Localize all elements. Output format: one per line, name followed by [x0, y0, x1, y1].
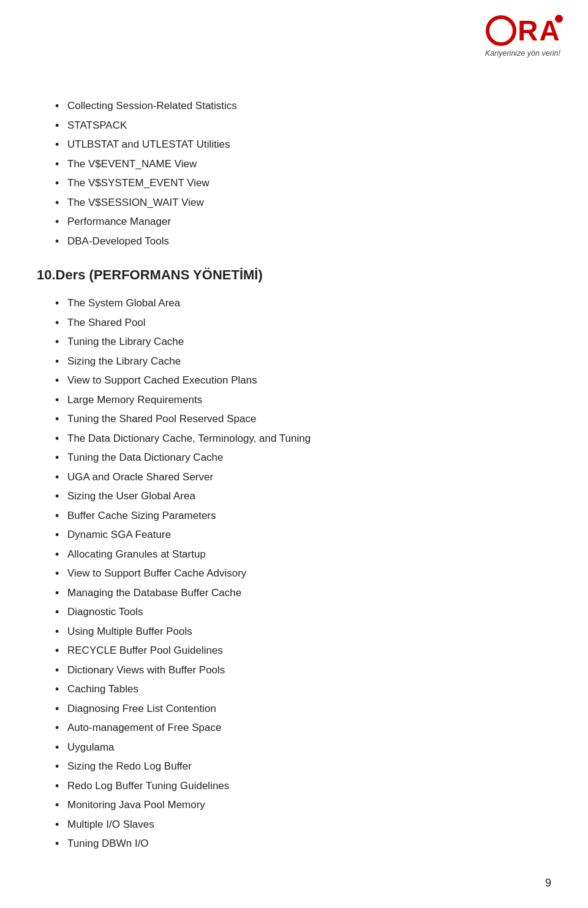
logo-o-letter	[486, 15, 516, 46]
list-item: Tuning the Library Cache	[55, 334, 551, 350]
list-item: STATSPACK	[55, 118, 551, 134]
list-item: Using Multiple Buffer Pools	[55, 624, 551, 640]
logo-a-wrap: A	[540, 17, 560, 45]
list-item: Caching Tables	[55, 681, 551, 697]
list-item: Sizing the Redo Log Buffer	[55, 759, 551, 774]
list-item: Multiple I/O Slaves	[55, 817, 551, 833]
list-item: Dynamic SGA Feature	[55, 527, 551, 543]
list-item: Sizing the User Global Area	[55, 488, 551, 504]
list-item: View to Support Cached Execution Plans	[55, 373, 551, 388]
list-item: Sizing the Library Cache	[55, 354, 551, 369]
ora-logo: R A	[486, 15, 559, 46]
list-item: Diagnosing Free List Contention	[55, 701, 551, 717]
list-item: Auto-management of Free Space	[55, 720, 551, 736]
list-item: The V$SYSTEM_EVENT View	[55, 175, 551, 191]
list-item: Tuning the Shared Pool Reserved Space	[55, 411, 551, 427]
list-item: Redo Log Buffer Tuning Guidelines	[55, 778, 551, 794]
list-item: The System Global Area	[55, 295, 551, 311]
section-heading: 10.Ders (PERFORMANS YÖNETİMİ)	[37, 267, 551, 283]
main-content: Collecting Session-Related StatisticsSTA…	[37, 98, 551, 852]
list-item: Performance Manager	[55, 214, 551, 230]
logo-r-letter: R	[518, 17, 538, 45]
list-item: The Data Dictionary Cache, Terminology, …	[55, 431, 551, 447]
list-item: Tuning DBWn I/O	[55, 836, 551, 852]
list-item: Allocating Granules at Startup	[55, 547, 551, 562]
list-item: UTLBSTAT and UTLESTAT Utilities	[55, 137, 551, 153]
page-number: 9	[545, 877, 551, 890]
page-container: R A Kariyerinize yön verin! Collecting S…	[0, 0, 588, 908]
list-item: Managing the Database Buffer Cache	[55, 585, 551, 601]
list-item: RECYCLE Buffer Pool Guidelines	[55, 643, 551, 659]
list-item: Tuning the Data Dictionary Cache	[55, 450, 551, 466]
list-item: Large Memory Requirements	[55, 392, 551, 408]
list-item: The V$SESSION_WAIT View	[55, 195, 551, 211]
list-item: UGA and Oracle Shared Server	[55, 469, 551, 485]
list-item: Buffer Cache Sizing Parameters	[55, 508, 551, 524]
list-item: View to Support Buffer Cache Advisory	[55, 566, 551, 581]
list-item: Collecting Session-Related Statistics	[55, 98, 551, 114]
logo-dot-ear	[555, 15, 563, 23]
list-item: DBA-Developed Tools	[55, 233, 551, 249]
list-item: Diagnostic Tools	[55, 604, 551, 620]
list-item: The V$EVENT_NAME View	[55, 156, 551, 172]
logo-area: R A Kariyerinize yön verin!	[485, 15, 560, 58]
list-item: Dictionary Views with Buffer Pools	[55, 662, 551, 678]
top-bullet-list: Collecting Session-Related StatisticsSTA…	[55, 98, 551, 249]
section-bullet-list: The System Global AreaThe Shared PoolTun…	[55, 295, 551, 852]
list-item: Monitoring Java Pool Memory	[55, 797, 551, 813]
list-item: The Shared Pool	[55, 315, 551, 331]
logo-tagline: Kariyerinize yön verin!	[485, 49, 560, 58]
list-item: Uygulama	[55, 740, 551, 755]
